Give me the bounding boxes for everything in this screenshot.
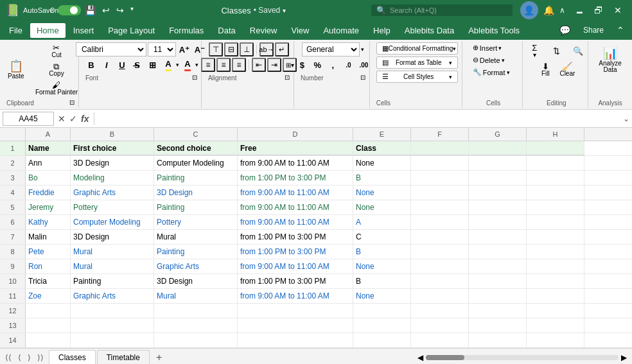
scrollbar-thumb[interactable] (426, 355, 464, 360)
conditional-formatting-button[interactable]: ▦ Conditional Formatting ▾ (376, 42, 458, 55)
grid-cell[interactable] (238, 304, 353, 318)
grid-cell[interactable]: from 1:00 PM to 3:00 PM (238, 245, 353, 259)
bold-button[interactable]: B (84, 58, 98, 72)
strikethrough-button[interactable]: S̶ (130, 58, 145, 72)
scroll-left-button[interactable]: ◀ (417, 353, 423, 362)
grid-cell[interactable]: None (353, 186, 411, 200)
grid-cell[interactable]: 3D Design (71, 230, 154, 244)
table-row[interactable]: 1NameFirst choiceSecond choiceFreeClass (0, 141, 632, 156)
grid-cell[interactable]: B (353, 274, 411, 288)
table-row[interactable]: 13 (0, 318, 632, 333)
grid-cell[interactable]: Malin (26, 230, 71, 244)
grid-cell[interactable] (527, 200, 584, 214)
grid-cell[interactable] (527, 304, 584, 318)
col-header-c[interactable]: C (154, 128, 238, 141)
grid-cell[interactable] (353, 304, 411, 318)
menu-data[interactable]: Data (211, 23, 241, 38)
grid-cell[interactable] (71, 304, 154, 318)
top-align-button[interactable]: ⊤ (209, 42, 223, 56)
grid-cell[interactable]: Pete (26, 245, 71, 259)
grid-cell[interactable]: Mural (154, 289, 238, 303)
sheet-tab-timetable[interactable]: Timetable (97, 350, 150, 365)
autosave-toggle[interactable]: On (58, 5, 81, 15)
italic-button[interactable]: I (100, 58, 114, 72)
grid-cell[interactable] (527, 156, 584, 170)
grid-cell[interactable] (411, 245, 469, 259)
table-row[interactable]: 6KathyComputer ModelingPotteryfrom 9:00 … (0, 215, 632, 230)
format-button[interactable]: 🔧 Format ▾ (469, 67, 518, 78)
function-icon[interactable]: fx (80, 112, 90, 125)
grid-cell[interactable] (527, 259, 584, 273)
menu-page-layout[interactable]: Page Layout (101, 23, 161, 38)
grid-cell[interactable] (469, 200, 527, 214)
grid-cell[interactable] (411, 171, 469, 185)
grid-cell[interactable] (469, 156, 527, 170)
clipboard-expand[interactable]: ⊡ (69, 99, 75, 106)
menu-ablebits-data[interactable]: Ablebits Data (398, 23, 461, 38)
grid-cell[interactable]: from 9:00 AM to 11:00 AM (238, 156, 353, 170)
search-bar[interactable]: 🔍 Search (Alt+Q) (371, 4, 513, 16)
grid-cell[interactable] (469, 186, 527, 200)
grid-cell[interactable] (469, 289, 527, 303)
grid-cell[interactable]: A (353, 215, 411, 229)
row-number[interactable]: 8 (0, 245, 26, 259)
increase-font-button[interactable]: A⁺ (177, 42, 191, 56)
cell-styles-dropdown[interactable]: ▾ (449, 74, 452, 80)
col-header-b[interactable]: B (71, 128, 154, 141)
grid-cell[interactable] (238, 318, 353, 333)
row-number[interactable]: 4 (0, 186, 26, 200)
row-number[interactable]: 9 (0, 259, 26, 273)
table-row[interactable]: 7Malin3D DesignMuralfrom 1:00 PM to 3:00… (0, 230, 632, 245)
grid-cell[interactable]: None (353, 259, 411, 273)
sheet-tab-next[interactable]: ⟩ (25, 352, 33, 363)
grid-cell[interactable]: Pottery (71, 200, 154, 214)
title-dropdown[interactable]: ▾ (283, 7, 286, 14)
grid-cell[interactable] (469, 230, 527, 244)
grid-cell[interactable] (411, 318, 469, 333)
grid-cell[interactable] (527, 245, 584, 259)
col-header-f[interactable]: F (411, 128, 469, 141)
bottom-align-button[interactable]: ⊥ (240, 42, 254, 56)
add-sheet-button[interactable]: + (151, 352, 167, 363)
grid-cell[interactable] (26, 304, 71, 318)
row-number[interactable]: 3 (0, 171, 26, 185)
restore-button[interactable]: 🗗 (590, 4, 608, 17)
grid-cell[interactable]: Graphic Arts (154, 259, 238, 273)
grid-cell[interactable]: Jeremy (26, 200, 71, 214)
grid-cell[interactable] (469, 274, 527, 288)
save-icon[interactable]: 💾 (85, 5, 96, 15)
grid-cell[interactable]: None (353, 200, 411, 214)
grid-cell[interactable]: 3D Design (154, 274, 238, 288)
grid-cell[interactable] (71, 318, 154, 333)
borders-button[interactable]: ⊞ (146, 58, 160, 72)
grid-cell[interactable]: B (353, 171, 411, 185)
grid-cell[interactable] (411, 274, 469, 288)
font-color-dropdown[interactable]: ▾ (195, 62, 198, 68)
middle-align-button[interactable]: ⊟ (224, 42, 238, 56)
table-row[interactable]: 5JeremyPotteryPaintingfrom 9:00 AM to 11… (0, 200, 632, 215)
grid-cell[interactable]: Modeling (71, 171, 154, 185)
redo-button[interactable]: ↪ (114, 4, 127, 17)
col-header-g[interactable]: G (469, 128, 527, 141)
decrease-decimal-button[interactable]: .00 (356, 58, 371, 72)
header-cell[interactable] (469, 141, 527, 155)
grid-cell[interactable] (26, 333, 71, 347)
fill-color-dropdown[interactable]: ▾ (176, 62, 179, 68)
insert-button[interactable]: ⊕ Insert ▾ (469, 42, 518, 53)
grid-cell[interactable] (469, 333, 527, 347)
number-expand[interactable]: ⊡ (360, 74, 365, 81)
grid-cell[interactable]: Tricia (26, 274, 71, 288)
grid-cell[interactable] (71, 333, 154, 347)
grid-cell[interactable]: Painting (71, 274, 154, 288)
indent-increase-button[interactable]: ⇥ (267, 58, 281, 72)
grid-cell[interactable] (411, 289, 469, 303)
comma-button[interactable]: , (326, 58, 340, 72)
font-expand[interactable]: ⊡ (192, 74, 197, 81)
grid-cell[interactable]: 3D Design (71, 156, 154, 170)
grid-cell[interactable]: Computer Modeling (71, 215, 154, 229)
header-cell[interactable]: First choice (71, 141, 154, 155)
grid-cell[interactable]: Ron (26, 259, 71, 273)
row-number[interactable]: 12 (0, 304, 26, 318)
grid-cell[interactable]: from 9:00 AM to 11:00 AM (238, 289, 353, 303)
grid-cell[interactable]: from 9:00 AM to 11:00 AM (238, 259, 353, 273)
